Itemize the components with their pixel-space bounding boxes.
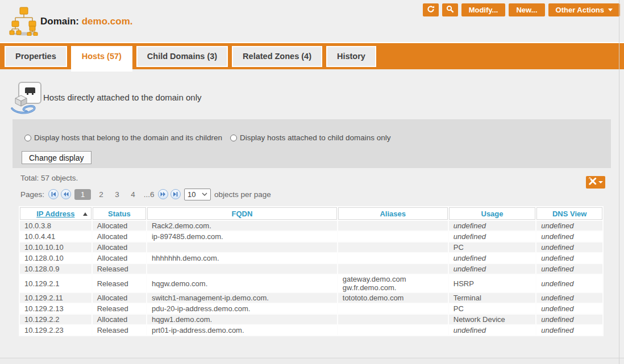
- cell-aliases: [338, 253, 448, 263]
- cell-aliases: [338, 264, 448, 274]
- cell-ip-address[interactable]: 10.0.4.41: [20, 232, 91, 241]
- cell-usage[interactable]: Terminal: [449, 293, 536, 303]
- cell-dns-view: undefined: [536, 253, 602, 263]
- cell-usage: undefined: [449, 232, 536, 241]
- page-link-4[interactable]: 4: [125, 190, 141, 199]
- column-header-label: IP Address: [36, 210, 74, 218]
- cell-usage: undefined: [449, 221, 536, 231]
- table-row: 10.128.0.9Releasedundefinedundefined: [20, 264, 602, 274]
- last-page-button[interactable]: [170, 189, 181, 199]
- column-header-aliases[interactable]: Aliases: [338, 207, 448, 220]
- page-title-value: demo.com.: [82, 16, 133, 27]
- other-actions-button[interactable]: Other Actions: [548, 3, 620, 16]
- page-link-3[interactable]: 3: [109, 190, 125, 199]
- cell-aliases: [338, 232, 448, 241]
- alias-entry: totototo.demo.com: [343, 294, 443, 302]
- next-page-button[interactable]: [158, 189, 168, 199]
- column-header-label: Status: [108, 210, 131, 218]
- cell-fqdn: hhhhhhh.demo.com.: [147, 253, 337, 263]
- table-row: 10.129.2.23Releasedprt01-ip-address.demo…: [20, 325, 602, 335]
- sort-ascending-icon: [83, 212, 88, 216]
- page-link-6[interactable]: ...6: [141, 190, 157, 199]
- cell-status: Allocated: [93, 293, 146, 303]
- column-header-dns-view[interactable]: DNS View: [536, 207, 602, 220]
- other-actions-label: Other Actions: [556, 6, 604, 14]
- column-header-label: Aliases: [380, 210, 406, 218]
- pages-label: Pages:: [20, 190, 44, 199]
- cell-dns-view: undefined: [536, 242, 602, 252]
- search-button[interactable]: [442, 3, 458, 16]
- modify-button[interactable]: Modify...: [461, 3, 506, 16]
- column-header-label: DNS View: [552, 210, 586, 218]
- cell-status: Released: [93, 275, 146, 292]
- cell-usage[interactable]: Network Device: [449, 315, 536, 324]
- tab-history[interactable]: History: [326, 46, 376, 67]
- cell-ip-address[interactable]: 10.129.2.2: [20, 315, 91, 324]
- cell-status: Allocated: [93, 242, 146, 252]
- table-row: 10.129.2.1Releasedhqgw.demo.com.gateway.…: [20, 275, 602, 292]
- column-header-usage[interactable]: Usage: [449, 207, 536, 220]
- cell-usage[interactable]: PC: [449, 242, 536, 252]
- column-header-status[interactable]: Status: [93, 207, 146, 220]
- cell-usage[interactable]: HSRP: [449, 275, 536, 292]
- column-header-ip-address[interactable]: IP Address: [20, 207, 91, 220]
- cell-ip-address[interactable]: 10.129.2.11: [20, 293, 91, 303]
- first-page-button[interactable]: [48, 189, 59, 199]
- cell-status: Released: [93, 325, 146, 335]
- cell-dns-view: undefined: [536, 275, 602, 292]
- list-tools-button[interactable]: [586, 176, 605, 189]
- cell-fqdn: hqgw.demo.com.: [147, 275, 337, 292]
- radio-child-domains-only[interactable]: [230, 135, 237, 141]
- tab-bar: PropertiesHosts (57)Child Domains (3)Rel…: [0, 43, 624, 69]
- cell-usage[interactable]: PC: [449, 304, 536, 313]
- cell-fqdn: hqgw1.demo.com.: [147, 315, 337, 324]
- cell-aliases: [338, 325, 448, 335]
- cell-fqdn: ip-897485.demo.com.: [147, 232, 337, 241]
- column-header-label: Usage: [481, 210, 504, 218]
- chevron-down-icon: [608, 9, 613, 11]
- search-icon: [446, 5, 454, 15]
- cell-ip-address[interactable]: 10.128.0.10: [20, 253, 91, 263]
- page-link-2[interactable]: 2: [93, 190, 109, 199]
- cell-fqdn: [147, 264, 337, 274]
- per-page-value: 10: [188, 190, 195, 199]
- cell-aliases: [338, 242, 448, 252]
- cell-ip-address[interactable]: 10.129.2.1: [20, 275, 91, 292]
- cell-status: Released: [93, 264, 146, 274]
- cell-ip-address[interactable]: 10.10.10.10: [20, 242, 91, 252]
- cell-status: Allocated: [93, 315, 146, 324]
- tab-related-zones-4[interactable]: Related Zones (4): [232, 46, 322, 67]
- cell-ip-address[interactable]: 10.129.2.23: [20, 325, 91, 335]
- tab-properties[interactable]: Properties: [5, 46, 67, 67]
- host-icon: [10, 82, 42, 117]
- cell-aliases: [338, 315, 448, 324]
- section-banner-text: Hosts directly attached to the domain on…: [43, 93, 201, 102]
- column-header-fqdn[interactable]: FQDN: [147, 207, 337, 220]
- cell-dns-view: undefined: [536, 315, 602, 324]
- tab-child-domains-3[interactable]: Child Domains (3): [136, 46, 228, 67]
- change-display-button[interactable]: Change display: [22, 151, 91, 164]
- refresh-button[interactable]: [423, 3, 439, 16]
- pagination-bar: Pages: 1 234...6 10 objects per page: [20, 188, 271, 200]
- hosts-table: IP AddressStatusFQDNAliasesUsageDNS View…: [19, 206, 604, 336]
- radio-domain-and-children[interactable]: [24, 135, 31, 141]
- cell-ip-address[interactable]: 10.128.0.9: [20, 264, 91, 274]
- cell-dns-view: undefined: [536, 293, 602, 303]
- new-button[interactable]: New...: [509, 3, 544, 16]
- previous-page-button[interactable]: [61, 189, 71, 199]
- page: Domain: demo.com. Modify... New...: [0, 0, 624, 364]
- tools-icon: [588, 177, 597, 187]
- cell-ip-address[interactable]: 10.129.2.13: [20, 304, 91, 313]
- cell-dns-view: undefined: [536, 325, 602, 335]
- cell-status: Allocated: [93, 221, 146, 231]
- cell-aliases: totototo.demo.com: [338, 293, 448, 303]
- cell-ip-address[interactable]: 10.0.3.8: [20, 221, 91, 231]
- display-options-panel: Display hosts that belong to the domain …: [13, 119, 611, 168]
- tab-hosts-57[interactable]: Hosts (57): [71, 46, 132, 72]
- cell-usage: undefined: [449, 264, 536, 274]
- cell-aliases: [338, 304, 448, 313]
- refresh-icon: [427, 5, 435, 15]
- alias-entry: gateway.demo.com: [343, 275, 443, 283]
- per-page-select[interactable]: 10: [184, 189, 211, 200]
- cell-status: Allocated: [93, 253, 146, 263]
